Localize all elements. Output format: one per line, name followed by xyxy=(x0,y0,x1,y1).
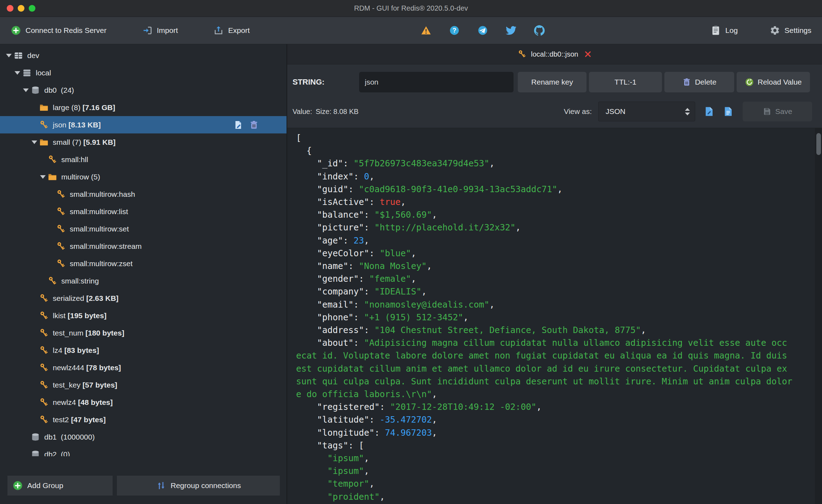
reload-value-button[interactable]: Reload Value xyxy=(737,72,810,92)
folder-icon xyxy=(47,172,57,182)
expand-arrow-icon[interactable] xyxy=(4,54,13,57)
rename-key-label: Rename key xyxy=(531,78,573,86)
tree-item-small-multirow-stream[interactable]: small:multirow:stream xyxy=(0,237,287,255)
scrollbar-thumb[interactable] xyxy=(816,133,821,155)
tree-item-small-7[interactable]: small (7) [5.91 KB] xyxy=(0,133,287,151)
expand-arrow-icon[interactable] xyxy=(13,71,22,75)
tree-item-label: local xyxy=(36,69,51,77)
key-icon xyxy=(56,207,66,217)
tree-item-label: json [8.13 KB] xyxy=(53,121,101,129)
twitter-icon[interactable] xyxy=(506,25,516,36)
tree-item-lkist[interactable]: lkist [195 bytes] xyxy=(0,307,287,324)
editor-line: "isActive": true, xyxy=(296,196,814,208)
tree-item-small-multirow-set[interactable]: small:multirow:set xyxy=(0,220,287,237)
tree-item-dev[interactable]: dev xyxy=(0,47,287,64)
key-icon xyxy=(39,345,49,355)
editor-line: "ipsum", xyxy=(296,465,814,477)
regroup-connections-button[interactable]: Regroup connections xyxy=(117,476,280,496)
tree-item-small-multirow-list[interactable]: small:multirow:list xyxy=(0,203,287,220)
tree-item-newlz444[interactable]: newlz444 [78 bytes] xyxy=(0,359,287,376)
tree-item-lz4[interactable]: lz4 [83 bytes] xyxy=(0,342,287,359)
editor-line: "ipsum", xyxy=(296,452,814,465)
export-button[interactable]: Export xyxy=(213,25,250,36)
folder-icon xyxy=(39,103,49,113)
delete-key-icon[interactable] xyxy=(249,120,259,130)
close-tab-icon[interactable] xyxy=(584,50,592,58)
export-label: Export xyxy=(228,26,250,35)
telegram-icon[interactable] xyxy=(477,25,488,36)
github-icon[interactable] xyxy=(534,25,545,36)
expand-arrow-icon[interactable] xyxy=(38,175,47,179)
editor-line: "_id": "5f7b26973c483ea3479d4e53", xyxy=(296,157,814,170)
tree-item-label: small:string xyxy=(61,277,99,285)
editor-line: { xyxy=(296,144,814,157)
editor-content: [ { "_id": "5f7b26973c483ea3479d4e53", "… xyxy=(296,132,814,503)
tree-item-small-string[interactable]: small:string xyxy=(0,272,287,290)
tree-item-test-num[interactable]: test_num [180 bytes] xyxy=(0,324,287,342)
log-button[interactable]: Log xyxy=(710,25,738,36)
title-bar: RDM - GUI for Redis® 2020.5.0-dev xyxy=(0,0,822,17)
reload-value-label: Reload Value xyxy=(758,78,802,86)
sidebar-bottom-bar: Add Group Regroup connections xyxy=(0,471,287,504)
tree-item-small-hll[interactable]: small:hll xyxy=(0,151,287,168)
document-icon xyxy=(723,106,733,117)
row-actions xyxy=(233,120,287,130)
open-in-editor-button[interactable] xyxy=(704,106,714,117)
tree-item-size: [48 bytes] xyxy=(78,398,113,406)
main-panel: local::db0::json STRING: Rename key TTL:… xyxy=(287,44,822,504)
tree-item-test2[interactable]: test2 [47 bytes] xyxy=(0,411,287,428)
tree-item-db1-1000000[interactable]: db1 (1000000) xyxy=(0,428,287,446)
key-icon xyxy=(39,293,49,303)
save-button[interactable]: Save xyxy=(743,102,812,121)
tree-item-serialized[interactable]: serialized [2.63 KB] xyxy=(0,290,287,307)
tree-item-db0-24[interactable]: db0 (24) xyxy=(0,81,287,99)
key-header: STRING: Rename key TTL:-1 Delete Reload … xyxy=(287,64,822,128)
connect-to-server-button[interactable]: Connect to Redis Server xyxy=(11,25,107,36)
warning-icon[interactable] xyxy=(421,25,431,36)
import-button[interactable]: Import xyxy=(142,25,178,36)
expand-arrow-icon[interactable] xyxy=(30,141,39,144)
tree-item-label: lz4 [83 bytes] xyxy=(53,346,99,355)
tree-item-label: small:multirow:zset xyxy=(70,259,132,268)
server-grid-icon xyxy=(13,51,23,61)
key-controls-row: STRING: Rename key TTL:-1 Delete Reload … xyxy=(293,72,812,92)
settings-button[interactable]: Settings xyxy=(770,25,811,36)
value-editor[interactable]: [ { "_id": "5f7b26973c483ea3479d4e53", "… xyxy=(287,128,822,504)
open-as-text-button[interactable] xyxy=(723,106,733,117)
tree-item-json[interactable]: json [8.13 KB] xyxy=(0,116,287,133)
editor-scrollbar[interactable] xyxy=(815,128,822,504)
settings-label: Settings xyxy=(784,26,811,35)
ttl-button[interactable]: TTL:-1 xyxy=(589,72,662,92)
tree-item-newlz4[interactable]: newlz4 [48 bytes] xyxy=(0,394,287,411)
key-name-input[interactable] xyxy=(359,72,514,92)
expand-arrow-icon[interactable] xyxy=(21,88,30,92)
tree-item-label: multirow (5) xyxy=(61,173,100,181)
key-icon xyxy=(56,241,66,251)
tree-item-label: small:multirow:list xyxy=(70,207,128,216)
log-label: Log xyxy=(725,26,738,35)
tree-item-multirow-5[interactable]: multirow (5) xyxy=(0,168,287,185)
edit-value-icon[interactable] xyxy=(233,120,243,130)
tree-item-local[interactable]: local xyxy=(0,64,287,81)
editor-line: "gender": "female", xyxy=(296,273,814,285)
regroup-arrows-icon xyxy=(156,480,166,491)
view-as-select[interactable]: JSON xyxy=(598,102,695,121)
view-as-value: JSON xyxy=(606,107,625,116)
tree-item-test-key[interactable]: test_key [57 bytes] xyxy=(0,376,287,394)
delete-key-button[interactable]: Delete xyxy=(664,72,734,92)
key-icon xyxy=(56,189,66,199)
add-group-button[interactable]: Add Group xyxy=(7,476,113,496)
tree-item-db2-0[interactable]: db2 (0) xyxy=(0,446,287,456)
tree-item-label: newlz444 [78 bytes] xyxy=(53,363,121,372)
tree-item-label: small:multirow:set xyxy=(70,225,129,233)
rename-key-button[interactable]: Rename key xyxy=(518,72,586,92)
tab-local-db0-json[interactable]: local::db0::json xyxy=(517,50,591,59)
tree-item-small-multirow-zset[interactable]: small:multirow:zset xyxy=(0,255,287,272)
key-icon xyxy=(56,259,66,269)
tree-item-large-8[interactable]: large (8) [7.16 GB] xyxy=(0,99,287,116)
editor-line: "email": "nonamosley@idealis.com", xyxy=(296,298,814,311)
help-icon[interactable]: ? xyxy=(449,25,460,36)
tree-item-small-multirow-hash[interactable]: small:multirow:hash xyxy=(0,185,287,203)
editor-line: "latitude": -35.472702, xyxy=(296,413,814,426)
editor-line: "name": "Nona Mosley", xyxy=(296,260,814,273)
